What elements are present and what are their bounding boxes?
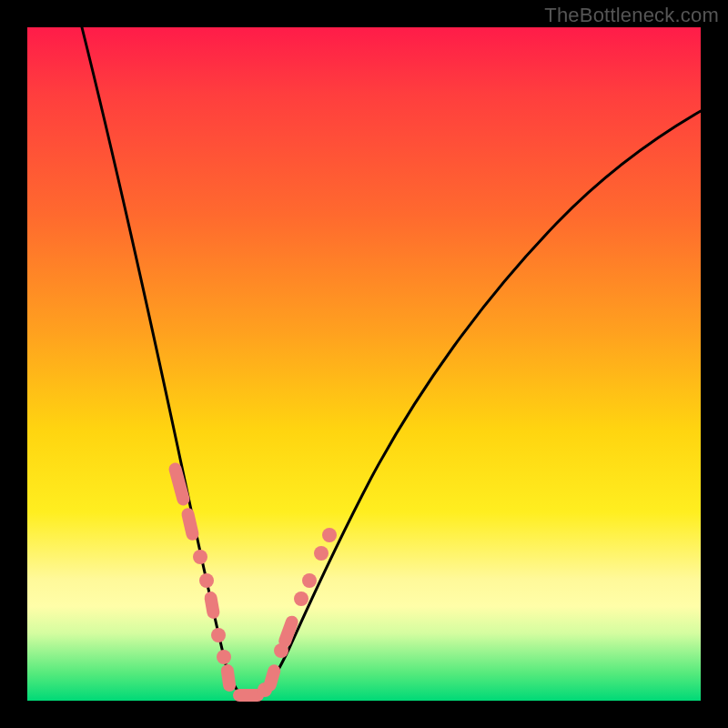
bead-dot	[193, 550, 207, 564]
chart-frame: TheBottleneck.com	[0, 0, 728, 728]
left-curve-beads	[167, 461, 264, 702]
bead-dot	[314, 546, 329, 561]
bead-segment	[262, 663, 282, 693]
left-curve	[82, 27, 248, 699]
curves-layer	[27, 27, 701, 701]
plot-area	[27, 27, 701, 701]
bead-segment	[204, 591, 221, 620]
right-curve	[255, 111, 701, 699]
right-curve-beads	[258, 528, 337, 697]
bead-segment	[167, 461, 191, 507]
bead-dot	[199, 573, 214, 588]
watermark-text: TheBottleneck.com	[544, 4, 719, 27]
bead-dot	[211, 628, 226, 642]
bead-dot	[322, 528, 337, 542]
bead-dot	[294, 592, 308, 606]
bead-dot	[217, 650, 231, 664]
bead-segment	[220, 663, 237, 693]
bead-dot	[302, 573, 317, 588]
bead-segment	[180, 507, 200, 541]
